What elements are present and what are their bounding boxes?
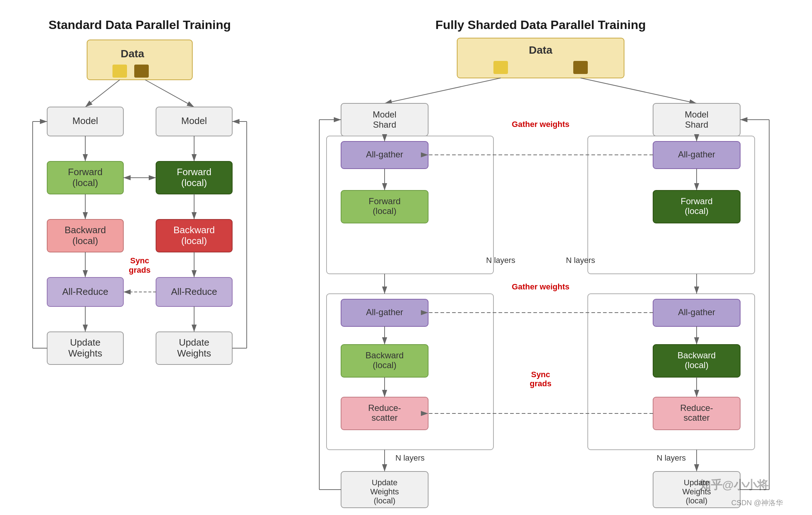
right-gather1-label: Gather weights (512, 120, 570, 129)
svg-text:(local): (local) (373, 206, 396, 216)
left-backward1-label: Backward (65, 224, 106, 235)
right-allgather1a-label: All-gather (366, 149, 403, 159)
right-gather2-label: Gather weights (512, 282, 570, 291)
svg-text:(local): (local) (373, 360, 396, 370)
svg-text:Weights: Weights (68, 348, 102, 359)
left-update1-label: Update (70, 337, 101, 348)
right-data-label: Data (529, 44, 552, 56)
svg-text:Weights: Weights (370, 487, 399, 496)
right-nlayers1-left: N layers (486, 256, 516, 265)
right-rs2-label: Reduce- (680, 403, 713, 413)
svg-text:grads: grads (129, 265, 151, 275)
right-data-square1 (493, 61, 508, 74)
svg-text:Shard: Shard (685, 120, 708, 129)
left-allreduce2-label: All-Reduce (171, 286, 217, 297)
right-modelshard1-label: Model (373, 110, 396, 119)
right-update1-label: Update (372, 478, 398, 487)
svg-text:(local): (local) (686, 496, 708, 505)
left-data-square1 (112, 65, 127, 78)
svg-text:(local): (local) (181, 235, 207, 246)
arrow-data-shard1 (385, 78, 501, 103)
svg-text:(local): (local) (181, 177, 207, 188)
right-sync-label: Sync (531, 370, 550, 379)
left-forward1-label: Forward (68, 166, 102, 177)
svg-text:scatter: scatter (372, 413, 398, 423)
svg-text:scatter: scatter (684, 413, 710, 423)
right-forward1b-label: Forward (681, 196, 713, 206)
csdn-label: CSDN @神洛华 (731, 498, 783, 508)
svg-text:grads: grads (530, 379, 551, 388)
left-model2-label: Model (181, 115, 207, 126)
left-update2-label: Update (179, 337, 209, 348)
right-rs1-label: Reduce- (368, 403, 401, 413)
svg-text:(local): (local) (73, 235, 98, 246)
left-backward2-label: Backward (173, 224, 215, 235)
left-allreduce1-label: All-Reduce (62, 286, 108, 297)
left-sync-label: Sync (130, 256, 149, 265)
left-model1-label: Model (73, 115, 98, 126)
right-allgather2b-label: All-gather (678, 307, 715, 317)
right-backward2a-label: Backward (365, 350, 403, 360)
svg-text:(local): (local) (685, 360, 708, 370)
right-data-square2 (573, 61, 588, 74)
right-allgather1b-label: All-gather (678, 149, 715, 159)
svg-text:Weights: Weights (177, 348, 211, 359)
arrow-data-model2 (145, 80, 194, 107)
right-title: Fully Sharded Data Parallel Training (435, 18, 646, 32)
svg-text:(local): (local) (685, 206, 708, 216)
right-nlayers2-left: N layers (395, 453, 425, 462)
left-title: Standard Data Parallel Training (49, 18, 231, 32)
arrow-data-shard2 (581, 78, 697, 103)
left-data-label: Data (120, 48, 144, 59)
right-backward2b-label: Backward (677, 350, 715, 360)
right-nlayers2-right: N layers (657, 453, 686, 462)
right-forward1a-label: Forward (369, 196, 401, 206)
right-modelshard2-label: Model (685, 110, 708, 119)
left-data-square2 (134, 65, 149, 78)
svg-text:(local): (local) (73, 177, 98, 188)
arrow-data-model1 (85, 80, 120, 107)
right-allgather2a-label: All-gather (366, 307, 403, 317)
right-nlayers1-right: N layers (566, 256, 595, 265)
watermark: 知乎@小小将 (699, 477, 768, 493)
svg-text:Shard: Shard (373, 120, 396, 129)
left-forward2-label: Forward (177, 166, 211, 177)
svg-text:(local): (local) (374, 496, 395, 505)
